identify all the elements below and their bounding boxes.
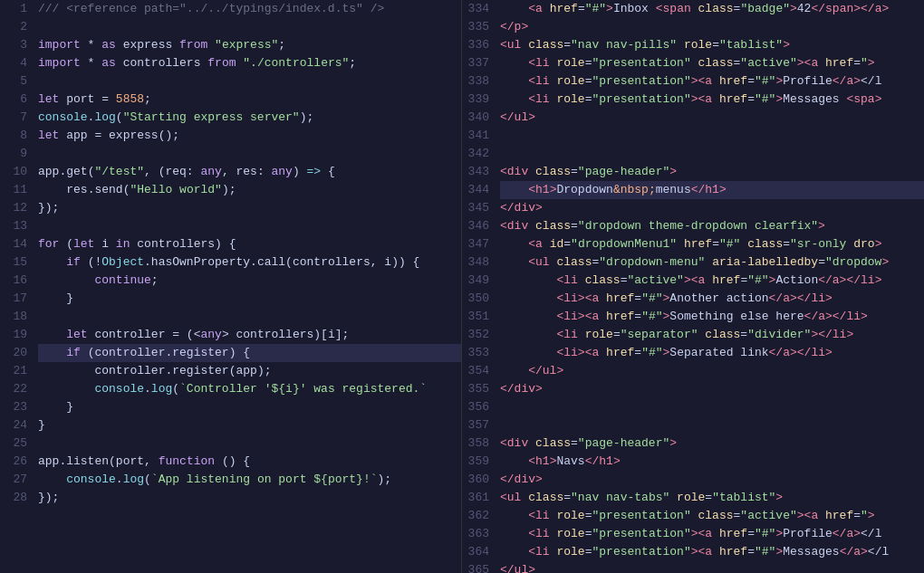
right-code-lines[interactable]: <a href="#">Inbox <span class="badge">42… (496, 0, 924, 573)
code-line (38, 18, 461, 36)
line-number: 25 (0, 435, 27, 453)
line-number: 355 (462, 380, 489, 398)
code-line (500, 127, 924, 145)
code-line: <div class="page-header"> (500, 163, 924, 181)
code-line: console.log(`App listening on port ${por… (38, 471, 461, 489)
line-number: 348 (462, 253, 489, 272)
code-line: <div class="dropdown theme-dropdown clea… (500, 217, 924, 235)
code-line: } (38, 398, 461, 416)
code-line: let port = 5858; (38, 91, 461, 109)
line-number: 10 (0, 163, 27, 181)
line-number: 27 (0, 471, 27, 489)
left-code-lines[interactable]: /// <reference path="../../typings/index… (34, 0, 461, 573)
line-number: 14 (0, 235, 27, 253)
line-number: 18 (0, 308, 27, 326)
line-number: 21 (0, 362, 27, 380)
line-number: 356 (462, 398, 489, 416)
line-number: 4 (0, 54, 27, 72)
line-number: 354 (462, 362, 489, 380)
line-number: 8 (0, 127, 27, 145)
code-line: res.send("Hello world"); (38, 181, 461, 199)
line-number: 336 (462, 36, 489, 54)
code-line: <li><a href="#">Something else here</a><… (500, 308, 924, 326)
line-number: 17 (0, 290, 27, 308)
code-line (38, 308, 461, 326)
line-number: 7 (0, 109, 27, 127)
code-line: </ul> (500, 561, 924, 573)
code-line: <li><a href="#">Separated link</a></li> (500, 344, 924, 362)
code-line: console.log(`Controller '${i}' was regis… (38, 380, 461, 398)
code-line: </div> (500, 471, 924, 489)
line-number: 3 (0, 36, 27, 54)
code-line: } (38, 290, 461, 308)
line-number: 351 (462, 308, 489, 326)
code-line: app.listen(port, function () { (38, 453, 461, 471)
code-line: </ul> (500, 109, 924, 127)
line-number: 5 (0, 72, 27, 91)
line-number: 6 (0, 91, 27, 109)
line-number: 13 (0, 217, 27, 235)
code-line: console.log("Starting express server"); (38, 109, 461, 127)
code-line: <li role="presentation"><a href="#">Prof… (500, 72, 924, 91)
line-number: 345 (462, 199, 489, 217)
line-number: 349 (462, 272, 489, 290)
code-line: <li role="presentation" class="active"><… (500, 54, 924, 72)
code-line: <a href="#">Inbox <span class="badge">42… (500, 0, 924, 18)
code-line: <li role="presentation"><a href="#">Mess… (500, 91, 924, 109)
line-number: 362 (462, 507, 489, 525)
line-number: 9 (0, 145, 27, 163)
code-line: if (controller.register) { (38, 344, 461, 362)
line-number: 28 (0, 489, 27, 507)
line-number: 16 (0, 272, 27, 290)
line-number: 24 (0, 416, 27, 435)
line-number: 26 (0, 453, 27, 471)
code-line: let app = express(); (38, 127, 461, 145)
code-line: }); (38, 489, 461, 507)
line-number: 360 (462, 471, 489, 489)
code-line: <ul class="nav nav-pills" role="tablist"… (500, 36, 924, 54)
code-line: continue; (38, 272, 461, 290)
line-number: 346 (462, 217, 489, 235)
line-number: 359 (462, 453, 489, 471)
line-number: 357 (462, 416, 489, 435)
line-number: 365 (462, 561, 489, 573)
code-line (500, 416, 924, 435)
code-line (38, 72, 461, 91)
line-number: 341 (462, 127, 489, 145)
code-line: <ul class="nav nav-tabs" role="tablist"> (500, 489, 924, 507)
code-line: </p> (500, 18, 924, 36)
code-line (38, 145, 461, 163)
code-line: controller.register(app); (38, 362, 461, 380)
code-line: </div> (500, 199, 924, 217)
line-number: 353 (462, 344, 489, 362)
line-number: 12 (0, 199, 27, 217)
code-line (38, 435, 461, 453)
code-line: <ul class="dropdown-menu" aria-labelledb… (500, 253, 924, 272)
code-line: <h1>Dropdown&nbsp;menus</h1> (500, 181, 924, 199)
line-number: 11 (0, 181, 27, 199)
code-line (38, 217, 461, 235)
line-number: 337 (462, 54, 489, 72)
line-number: 23 (0, 398, 27, 416)
code-line: <li role="presentation"><a href="#">Mess… (500, 543, 924, 561)
code-line: } (38, 416, 461, 435)
code-line: import * as express from "express"; (38, 36, 461, 54)
line-number: 363 (462, 525, 489, 543)
code-line (500, 145, 924, 163)
line-number: 338 (462, 72, 489, 91)
right-editor-panel: 3343353363373383393403413423433443453463… (462, 0, 924, 573)
line-number: 22 (0, 380, 27, 398)
code-line: let controller = (<any> controllers)[i]; (38, 326, 461, 344)
code-line: for (let i in controllers) { (38, 235, 461, 253)
right-line-numbers: 3343353363373383393403413423433443453463… (462, 0, 496, 573)
code-line: <a id="dropdownMenu1" href="#" class="sr… (500, 235, 924, 253)
code-line: <h1>Navs</h1> (500, 453, 924, 471)
left-code-container: 1234567891011121314151617181920212223242… (0, 0, 461, 573)
left-editor-panel: 1234567891011121314151617181920212223242… (0, 0, 462, 573)
line-number: 335 (462, 18, 489, 36)
code-line (500, 398, 924, 416)
line-number: 350 (462, 290, 489, 308)
line-number: 344 (462, 181, 489, 199)
code-line: <li class="active"><a href="#">Action</a… (500, 272, 924, 290)
line-number: 347 (462, 235, 489, 253)
